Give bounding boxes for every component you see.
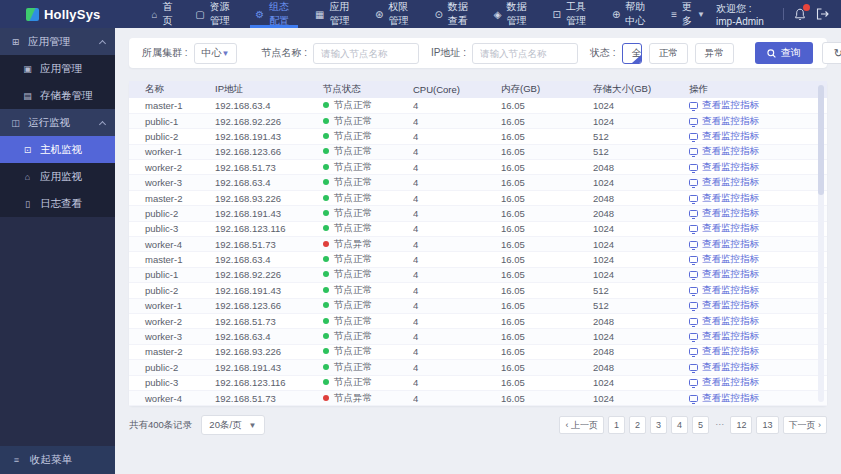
nav-item-resource[interactable]: ▢ 资源管理: [184, 0, 244, 28]
node-name-label: 节点名称 :: [261, 46, 307, 60]
cell-storage: 1024: [593, 98, 689, 113]
cell-cpu: 4: [413, 175, 501, 190]
table-row: master-2 192.168.93.226 节点正常 4 16.05 204…: [129, 344, 827, 359]
page-button-12[interactable]: 12: [730, 416, 752, 434]
view-metrics-link[interactable]: 查看监控指标: [689, 238, 759, 251]
nav-item-home[interactable]: ⌂ 首页: [141, 0, 185, 28]
status-all-button[interactable]: 全部状态: [622, 43, 642, 64]
view-metrics-link[interactable]: 查看监控指标: [689, 253, 759, 266]
page-size-select[interactable]: 20条/页 ▼: [201, 415, 264, 435]
cell-ip: 192.168.123.116: [215, 375, 323, 390]
monitor-icon: [689, 379, 698, 386]
view-metrics-link[interactable]: 查看监控指标: [689, 192, 759, 205]
sidebar-item-storage-volume[interactable]: ▤ 存储卷管理: [0, 82, 115, 109]
view-metrics-link[interactable]: 查看监控指标: [689, 299, 759, 312]
cell-name: master-1: [129, 252, 215, 267]
nav-item-permission[interactable]: ⊛ 权限管理: [364, 0, 423, 28]
nav-item-data-view[interactable]: ⊙ 数据查看: [423, 0, 482, 28]
view-metrics-link[interactable]: 查看监控指标: [689, 392, 759, 405]
sidebar-item-app-monitor[interactable]: ⌂ 应用监视: [0, 163, 115, 190]
header-cpu: CPU(Core): [413, 81, 501, 98]
sidebar-item-app-manage[interactable]: ▣ 应用管理: [0, 55, 115, 82]
table-row: public-1 192.168.92.226 节点正常 4 16.05 102…: [129, 267, 827, 282]
page-button-2[interactable]: 2: [629, 416, 646, 434]
search-button[interactable]: 查询: [755, 42, 813, 64]
table-row: worker-4 192.168.51.73 节点异常 4 16.05 1024…: [129, 237, 827, 252]
collapse-menu-button[interactable]: ≡ 收起菜单: [0, 446, 115, 474]
view-metrics-link[interactable]: 查看监控指标: [689, 145, 759, 158]
nav-item-help[interactable]: ⊕ 帮助中心: [601, 0, 660, 28]
view-metrics-link[interactable]: 查看监控指标: [689, 115, 759, 128]
status-error-button[interactable]: 异常: [695, 43, 734, 64]
view-metrics-link[interactable]: 查看监控指标: [689, 315, 759, 328]
cell-cpu: 4: [413, 298, 501, 313]
cell-name: worker-4: [129, 390, 215, 405]
table-row: master-1 192.168.63.4 节点正常 4 16.05 1024 …: [129, 98, 827, 113]
view-metrics-link[interactable]: 查看监控指标: [689, 99, 759, 112]
view-metrics-link[interactable]: 查看监控指标: [689, 284, 759, 297]
page-button-1[interactable]: 1: [608, 416, 625, 434]
header-memory: 内存(GB): [501, 81, 593, 98]
cell-storage: 2048: [593, 160, 689, 175]
chevron-up-icon: [99, 120, 106, 127]
table-scrollbar[interactable]: [818, 85, 824, 402]
view-metrics-link[interactable]: 查看监控指标: [689, 222, 759, 235]
view-metrics-link[interactable]: 查看监控指标: [689, 130, 759, 143]
cell-cpu: 4: [413, 129, 501, 144]
view-metrics-link[interactable]: 查看监控指标: [689, 376, 759, 389]
cell-actions: 查看监控指标: [689, 98, 827, 113]
logout-icon[interactable]: [816, 8, 829, 20]
view-metrics-link[interactable]: 查看监控指标: [689, 345, 759, 358]
cell-ip: 192.168.191.43: [215, 206, 323, 221]
sidebar-item-host-monitor[interactable]: ⊡ 主机监视: [0, 136, 115, 163]
sidebar-item-log-view[interactable]: ▯ 日志查看: [0, 190, 115, 217]
status-dot-icon: [323, 271, 329, 277]
header-name: 名称: [129, 81, 215, 98]
topnav-items: ⌂ 首页 ▢ 资源管理 ⚙ 组态配置 ▦ 应用管理 ⊛ 权限管理 ⊙ 数据查看 …: [141, 0, 717, 28]
status-dot-icon: [323, 302, 329, 308]
table-row: public-2 192.168.191.43 节点正常 4 16.05 204…: [129, 206, 827, 221]
nav-item-app[interactable]: ▦ 应用管理: [304, 0, 364, 28]
cell-status: 节点正常: [323, 283, 413, 298]
resource-icon: ▢: [195, 9, 204, 20]
cell-storage: 1024: [593, 390, 689, 405]
scrollbar-thumb[interactable]: [818, 85, 824, 195]
cluster-label: 所属集群 :: [142, 46, 188, 60]
notification-bell-icon[interactable]: [794, 8, 806, 21]
logo-icon: [26, 8, 39, 21]
header-actions: 操作: [689, 81, 827, 98]
status-normal-button[interactable]: 正常: [649, 43, 688, 64]
page-button-5[interactable]: 5: [692, 416, 709, 434]
cell-memory: 16.05: [501, 98, 593, 113]
view-metrics-link[interactable]: 查看监控指标: [689, 268, 759, 281]
cluster-select[interactable]: 中心 ▼: [194, 43, 238, 64]
nav-item-data-manage[interactable]: ◈ 数据管理: [483, 0, 542, 28]
next-page-button[interactable]: 下一页 ›: [783, 416, 828, 434]
view-metrics-link[interactable]: 查看监控指标: [689, 361, 759, 374]
ip-input[interactable]: [472, 43, 578, 64]
node-name-input[interactable]: [313, 43, 419, 64]
page-button-13[interactable]: 13: [756, 416, 778, 434]
table-row: public-3 192.168.123.116 节点正常 4 16.05 10…: [129, 375, 827, 390]
nav-item-tools[interactable]: ⊡ 工具管理: [542, 0, 601, 28]
data-manage-icon: ◈: [494, 9, 502, 20]
view-metrics-link[interactable]: 查看监控指标: [689, 161, 759, 174]
prev-page-button[interactable]: ‹ 上一页: [559, 416, 604, 434]
nav-item-more[interactable]: ≡ 更多 ▼: [660, 0, 716, 28]
cell-storage: 1024: [593, 329, 689, 344]
view-metrics-link[interactable]: 查看监控指标: [689, 330, 759, 343]
cell-cpu: 4: [413, 360, 501, 375]
sidebar-item-monitor-group[interactable]: ◫ 运行监视: [0, 109, 115, 136]
sidebar-spacer: [0, 217, 115, 446]
sidebar-item-app-group[interactable]: ⊞ 应用管理: [0, 28, 115, 55]
cell-status: 节点正常: [323, 144, 413, 159]
view-metrics-link[interactable]: 查看监控指标: [689, 207, 759, 220]
page-button-3[interactable]: 3: [650, 416, 667, 434]
nav-item-config[interactable]: ⚙ 组态配置: [244, 0, 304, 28]
page-button-4[interactable]: 4: [671, 416, 688, 434]
status-badge: 节点正常: [334, 299, 372, 310]
reset-button[interactable]: ↻ 重置: [822, 42, 841, 64]
view-metrics-link[interactable]: 查看监控指标: [689, 176, 759, 189]
table-row: worker-3 192.168.63.4 节点正常 4 16.05 1024 …: [129, 329, 827, 344]
status-dot-icon: [323, 241, 329, 247]
